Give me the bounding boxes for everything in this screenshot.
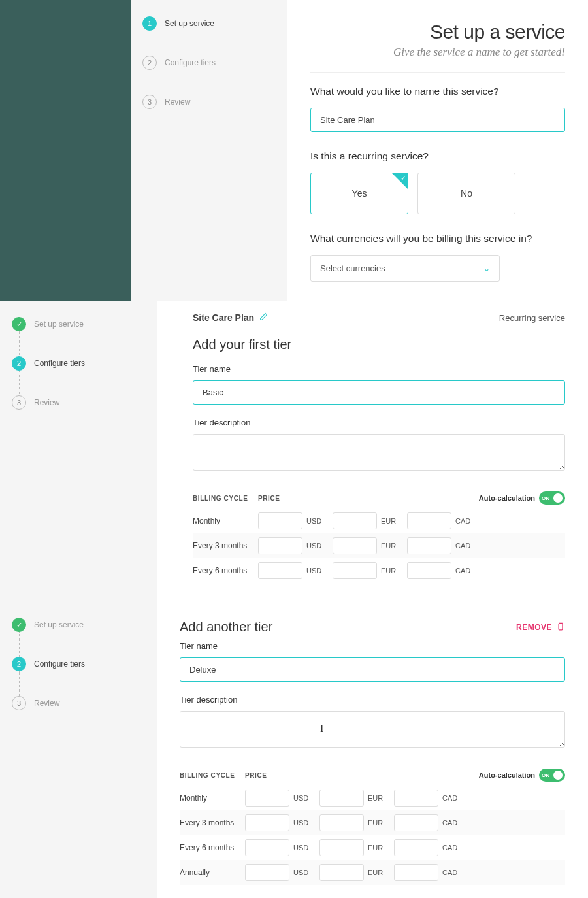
col-price: PRICE <box>258 495 291 502</box>
currency-label: CAD <box>442 819 462 827</box>
billing-cycle-label: Every 3 months <box>193 541 258 550</box>
price-input[interactable] <box>319 864 364 881</box>
currency-label: CAD <box>442 869 462 876</box>
service-name-input[interactable] <box>310 108 565 132</box>
price-input[interactable] <box>394 790 438 807</box>
currency-label: CAD <box>455 517 475 525</box>
price-input[interactable] <box>407 537 451 554</box>
tier-desc-input[interactable] <box>180 711 565 748</box>
step-configure-tiers[interactable]: 2 Configure tiers <box>12 356 145 371</box>
currency-label: EUR <box>368 819 387 827</box>
price-input[interactable] <box>394 839 438 856</box>
step-setup-service[interactable]: ✓ Set up service <box>12 317 145 331</box>
billing-cycle-label: Every 3 months <box>180 818 245 827</box>
price-cell: CAD <box>394 839 466 856</box>
background-filler <box>0 0 131 301</box>
price-input[interactable] <box>333 512 377 529</box>
price-input[interactable] <box>245 864 289 881</box>
price-input[interactable] <box>407 512 451 529</box>
price-cell: EUR <box>319 839 391 856</box>
price-input[interactable] <box>333 562 377 579</box>
price-cell: CAD <box>407 562 479 579</box>
price-cell: CAD <box>394 814 466 831</box>
currency-label: EUR <box>368 794 387 802</box>
check-icon <box>392 173 408 189</box>
price-input[interactable] <box>407 562 451 579</box>
step-number-icon: 2 <box>142 56 157 70</box>
billing-cycle-label: Monthly <box>180 793 245 803</box>
currency-label: CAD <box>442 794 462 802</box>
step-review[interactable]: 3 Review <box>12 395 145 410</box>
currencies-select[interactable]: Select currencies ⌄ <box>310 255 500 282</box>
step-number-icon: 3 <box>12 696 26 710</box>
currency-label: EUR <box>368 844 387 852</box>
text-cursor-icon: I <box>320 723 323 735</box>
currency-label: EUR <box>381 567 400 574</box>
step-label: Configure tiers <box>34 359 85 368</box>
remove-label: REMOVE <box>516 623 552 632</box>
page-title: Set up a service <box>310 21 565 43</box>
autocalc-toggle[interactable]: ON <box>539 769 565 782</box>
price-input[interactable] <box>394 814 438 831</box>
recurring-yes-option[interactable]: Yes <box>310 173 408 214</box>
price-input[interactable] <box>319 839 364 856</box>
tier-desc-input[interactable] <box>193 434 565 471</box>
price-cell: CAD <box>394 790 466 807</box>
switch-text: ON <box>542 773 550 778</box>
currency-label: EUR <box>381 542 400 550</box>
step-review[interactable]: 3 Review <box>142 95 276 109</box>
plan-name: Site Care Plan <box>193 312 268 323</box>
step-label: Review <box>34 398 59 407</box>
price-input[interactable] <box>245 790 289 807</box>
step-configure-tiers[interactable]: 2 Configure tiers <box>142 56 276 70</box>
currency-label: EUR <box>368 869 387 876</box>
price-cell: CAD <box>394 864 466 881</box>
tier-name-input[interactable] <box>193 380 565 405</box>
step-setup-service[interactable]: ✓ Set up service <box>12 618 145 632</box>
billing-cycle-label: Every 6 months <box>193 566 258 575</box>
price-cell: EUR <box>333 512 404 529</box>
tier-name-label: Tier name <box>193 364 565 374</box>
price-input[interactable] <box>245 814 289 831</box>
col-billing-cycle: BILLING CYCLE <box>180 772 245 779</box>
col-price: PRICE <box>245 772 278 779</box>
price-input[interactable] <box>258 562 302 579</box>
wizard-sidebar: 1 Set up service 2 Configure tiers 3 Rev… <box>131 0 287 301</box>
autocalc-label: Auto-calculation <box>479 771 535 779</box>
trash-icon <box>556 622 565 633</box>
step-label: Set up service <box>34 320 84 329</box>
check-icon: ✓ <box>12 618 26 632</box>
autocalc-toggle[interactable]: ON <box>539 491 565 505</box>
currency-label: USD <box>293 819 313 827</box>
col-billing-cycle: BILLING CYCLE <box>193 495 258 502</box>
price-input[interactable] <box>319 790 364 807</box>
option-text: No <box>461 188 472 199</box>
price-input[interactable] <box>333 537 377 554</box>
price-row: Every 6 monthsUSDEURCAD <box>180 835 565 860</box>
price-input[interactable] <box>258 537 302 554</box>
billing-cycle-label: Monthly <box>193 516 258 525</box>
price-input[interactable] <box>394 864 438 881</box>
price-cell: USD <box>245 864 317 881</box>
step-label: Set up service <box>34 620 84 629</box>
price-input[interactable] <box>319 814 364 831</box>
remove-tier-button[interactable]: REMOVE <box>516 622 565 633</box>
divider <box>310 72 565 73</box>
step-connector <box>19 371 20 395</box>
step-number-icon: 3 <box>142 95 157 109</box>
edit-icon[interactable] <box>259 312 268 323</box>
step-configure-tiers[interactable]: 2 Configure tiers <box>12 657 145 671</box>
step-setup-service[interactable]: 1 Set up service <box>142 16 276 31</box>
price-input[interactable] <box>245 839 289 856</box>
tier-heading: Add another tier <box>180 620 272 635</box>
step-review[interactable]: 3 Review <box>12 696 145 710</box>
billing-cycle-label: Every 6 months <box>180 843 245 852</box>
tier-desc-label: Tier description <box>180 695 565 705</box>
step-label: Configure tiers <box>165 58 216 67</box>
tier-name-input[interactable] <box>180 657 565 682</box>
currency-label: USD <box>293 794 313 802</box>
recurring-no-option[interactable]: No <box>417 173 515 214</box>
currency-label: USD <box>293 844 313 852</box>
step-label: Configure tiers <box>34 659 85 669</box>
price-input[interactable] <box>258 512 302 529</box>
